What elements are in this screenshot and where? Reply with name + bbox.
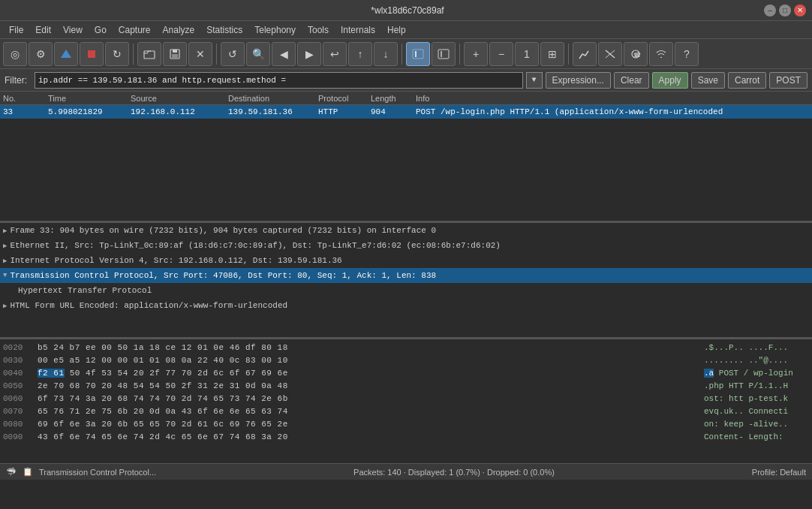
hex-offset: 0050 [3, 381, 38, 390]
find-button[interactable]: 🔍 [246, 42, 270, 66]
packet-list-header: No. Time Source Destination Protocol Len… [0, 92, 812, 105]
go-up-button[interactable]: ↑ [348, 42, 372, 66]
separator-4 [459, 44, 460, 65]
svg-marker-0 [61, 50, 71, 58]
hex-bytes: 65 76 71 2e 75 6b 20 0d 0a 43 6f 6e 6e 6… [38, 407, 704, 416]
detail-html-row[interactable]: HTML Form URL Encoded: application/x-www… [0, 298, 812, 313]
coloring-rules-button[interactable] [432, 42, 456, 66]
expression-button[interactable]: Expression... [546, 72, 611, 89]
menu-go[interactable]: Go [89, 23, 113, 37]
col-header-no: No. [0, 94, 45, 103]
hex-bytes: 43 6f 6e 74 65 6e 74 2d 4c 65 6e 67 74 6… [38, 432, 704, 441]
packet-length: 904 [368, 107, 413, 116]
hex-offset: 0070 [3, 407, 38, 416]
hex-ascii: on: keep -alive.. [704, 420, 809, 429]
minimize-button[interactable]: – [764, 5, 776, 17]
resize-columns-button[interactable]: ⊞ [540, 42, 564, 66]
detail-tcp-row[interactable]: Transmission Control Protocol, Src Port:… [0, 268, 812, 283]
hex-offset: 0030 [3, 356, 38, 365]
menu-capture[interactable]: Capture [113, 23, 157, 37]
post-button[interactable]: POST [769, 72, 807, 89]
menu-tools[interactable]: Tools [302, 23, 335, 37]
svg-rect-3 [144, 51, 155, 59]
zoom-in-button[interactable]: + [464, 42, 488, 66]
separator-3 [401, 44, 402, 65]
menu-statistics[interactable]: Statistics [200, 23, 248, 37]
shark-button[interactable] [54, 42, 78, 66]
io-graph-button[interactable] [573, 42, 597, 66]
goto-first-button[interactable]: ↩ [323, 42, 347, 66]
save-button[interactable] [163, 42, 187, 66]
table-row[interactable]: 33 5.998021829 192.168.0.112 139.59.181.… [0, 105, 812, 119]
voip-button[interactable]: ☎ [624, 42, 648, 66]
save-filter-button[interactable]: Save [691, 72, 725, 89]
forward-button[interactable]: ▶ [297, 42, 321, 66]
close-file-button[interactable]: ✕ [188, 42, 212, 66]
detail-http-row[interactable]: Hypertext Transfer Protocol [0, 283, 812, 298]
stop-button[interactable] [80, 42, 104, 66]
title-bar: *wlx18d6c70c89af – □ ✕ [0, 0, 812, 21]
wlan-button[interactable] [649, 42, 673, 66]
svg-text:☎: ☎ [633, 52, 641, 59]
svg-rect-9 [438, 50, 449, 59]
menu-edit[interactable]: Edit [29, 23, 57, 37]
detail-frame-row[interactable]: Frame 33: 904 bytes on wire (7232 bits),… [0, 223, 812, 238]
hex-ascii: ........ .."@.... [704, 356, 809, 365]
detail-ethernet-row[interactable]: Ethernet II, Src: Tp-LinkT_0c:89:af (18:… [0, 238, 812, 253]
maximize-button[interactable]: □ [779, 5, 791, 17]
hex-dump: 0020 b5 24 b7 ee 00 50 1a 18 ce 12 01 0e… [0, 339, 812, 463]
menu-analyze[interactable]: Analyze [157, 23, 201, 37]
reload-button[interactable]: ↺ [221, 42, 245, 66]
packet-no: 33 [0, 107, 45, 116]
menu-internals[interactable]: Internals [335, 23, 381, 37]
hex-offset: 0080 [3, 420, 38, 429]
hex-row-0020: 0020 b5 24 b7 ee 00 50 1a 18 ce 12 01 0e… [0, 341, 812, 354]
status-bar: 🦈 📋 Transmission Control Protocol... Pac… [0, 463, 812, 480]
go-down-button[interactable]: ↓ [374, 42, 398, 66]
toolbar: ◎ ⚙ ↻ ✕ ↺ 🔍 ◀ ▶ ↩ ↑ ↓ + − 1 ⊞ ☎ ? [0, 39, 812, 69]
menu-view[interactable]: View [57, 23, 89, 37]
detail-ethernet-text: Ethernet II, Src: Tp-LinkT_0c:89:af (18:… [10, 241, 501, 250]
hex-ascii: evq.uk.. Connecti [704, 407, 809, 416]
separator-2 [216, 44, 217, 65]
col-header-time: Time [45, 94, 128, 103]
hex-offset: 0060 [3, 394, 38, 403]
window-title: *wlx18d6c70c89af [51, 5, 764, 16]
status-profile: Profile: Default [752, 468, 806, 477]
status-stats: Packets: 140 · Displayed: 1 (0.7%) · Dro… [353, 468, 555, 477]
menu-telephony[interactable]: Telephony [248, 23, 302, 37]
back-button[interactable]: ◀ [272, 42, 296, 66]
packet-info: POST /wp-login.php HTTP/1.1 (application… [413, 107, 812, 116]
menu-file[interactable]: File [3, 23, 29, 37]
hex-bytes: 00 e5 a5 12 00 00 01 01 08 0a 22 40 0c 8… [38, 356, 704, 365]
flow-graph-button[interactable] [598, 42, 622, 66]
clear-button[interactable]: Clear [614, 72, 649, 89]
restart-button[interactable]: ↻ [105, 42, 129, 66]
zoom-normal-button[interactable]: 1 [515, 42, 539, 66]
hex-bytes: 6f 73 74 3a 20 68 74 74 70 2d 74 65 73 7… [38, 394, 704, 403]
close-button[interactable]: ✕ [794, 5, 806, 17]
help-button[interactable]: ? [675, 42, 699, 66]
filter-input[interactable] [35, 72, 523, 89]
open-file-button[interactable] [137, 42, 161, 66]
zoom-out-button[interactable]: − [489, 42, 513, 66]
interfaces-button[interactable]: ◎ [3, 42, 27, 66]
detail-tcp-text: Transmission Control Protocol, Src Port:… [10, 271, 436, 280]
status-protocol-label: Transmission Control Protocol... [39, 468, 156, 477]
hex-bytes: b5 24 b7 ee 00 50 1a 18 ce 12 01 0e 46 d… [38, 343, 704, 352]
detail-ip-row[interactable]: Internet Protocol Version 4, Src: 192.16… [0, 253, 812, 268]
colorize-button[interactable] [406, 42, 430, 66]
separator-1 [133, 44, 134, 65]
hex-row-0070: 0070 65 76 71 2e 75 6b 20 0d 0a 43 6f 6e… [0, 405, 812, 417]
col-header-info: Info [413, 94, 812, 103]
hex-ascii: .$...P.. ....F... [704, 343, 809, 352]
svg-rect-6 [172, 54, 178, 58]
hex-ascii: ost: htt p-test.k [704, 394, 809, 403]
carrot-button[interactable]: Carrot [728, 72, 766, 89]
filter-dropdown-button[interactable]: ▼ [526, 72, 543, 89]
apply-button[interactable]: Apply [652, 72, 688, 89]
packet-list: No. Time Source Destination Protocol Len… [0, 92, 812, 223]
hex-bytes: 69 6f 6e 3a 20 6b 65 65 70 2d 61 6c 69 7… [38, 420, 704, 429]
menu-help[interactable]: Help [381, 23, 412, 37]
capture-options-button[interactable]: ⚙ [29, 42, 53, 66]
